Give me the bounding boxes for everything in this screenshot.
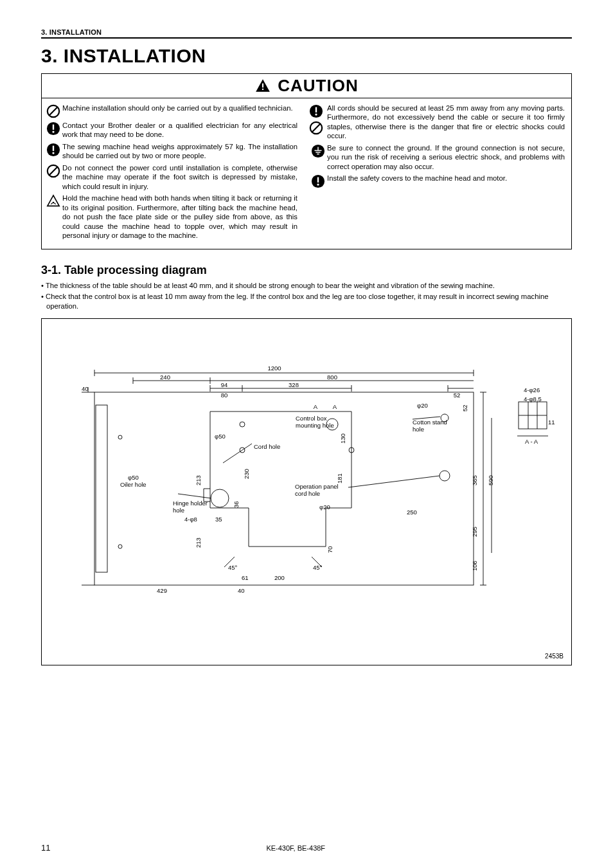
dim-250: 250	[407, 509, 417, 516]
dim-phi20b: φ20	[319, 503, 330, 511]
running-header: 3. INSTALLATION	[41, 28, 572, 36]
svg-point-18	[312, 145, 324, 158]
note-item: Check that the control box is at least 1…	[46, 292, 572, 311]
label-hinge2: hole	[173, 507, 184, 514]
dim-4phi85: 4-φ8.5	[524, 395, 542, 402]
svg-point-43	[240, 422, 245, 427]
svg-point-51	[211, 489, 229, 507]
dim-213b: 213	[195, 538, 202, 548]
svg-rect-5	[53, 125, 54, 130]
svg-rect-14	[315, 107, 317, 113]
dim-45a: 45°	[228, 564, 238, 571]
diagram-code: 2453B	[545, 653, 564, 660]
dim-4phi26: 4-φ26	[524, 386, 540, 393]
label-cotton1: Cotton stand	[413, 419, 447, 426]
dim-52: 52	[454, 392, 461, 399]
dim-40a: 40	[238, 587, 245, 594]
svg-line-11	[49, 167, 58, 175]
caution-title: CAUTION	[278, 76, 358, 96]
mandatory-icon	[309, 104, 323, 118]
dim-52v: 52	[461, 405, 468, 412]
caution-text: Machine installation should only be carr…	[62, 104, 298, 113]
caution-text: Contact your Brother dealer or a qualifi…	[62, 121, 298, 140]
svg-point-6	[52, 131, 54, 132]
caution-text: Be sure to connect the ground. If the gr…	[327, 143, 565, 171]
section-title: 3-1. Table processing diagram	[41, 264, 572, 277]
dim-200: 200	[274, 574, 285, 581]
dim-429: 429	[157, 587, 167, 594]
mandatory-icon	[44, 121, 62, 136]
caution-box: CAUTION Machine installation should only…	[41, 73, 572, 249]
dim-130: 130	[339, 434, 346, 444]
svg-point-15	[315, 113, 317, 115]
page-number: 11	[41, 843, 50, 853]
svg-line-66	[178, 494, 211, 498]
svg-line-17	[312, 124, 321, 132]
pinch-hazard-icon	[44, 194, 62, 208]
label-AA: A - A	[525, 438, 538, 445]
dim-181: 181	[336, 474, 343, 484]
footer-model: KE-430F, BE-438F	[266, 844, 325, 852]
prohibit-icon	[44, 163, 62, 178]
label-controlbox2: mounting hole	[296, 422, 334, 429]
caution-col-left: Machine installation should only be carr…	[42, 98, 306, 249]
svg-point-9	[52, 152, 54, 154]
label-A: A	[314, 403, 318, 410]
dim-1200: 1200	[267, 365, 281, 372]
header-rule	[41, 37, 572, 39]
label-controlbox1: Control box	[296, 415, 327, 422]
dim-213: 213	[195, 476, 202, 486]
chapter-title: 3. INSTALLATION	[41, 45, 572, 67]
svg-point-48	[118, 545, 122, 548]
dim-328: 328	[289, 381, 299, 388]
dim-61: 61	[242, 574, 249, 581]
label-cordhole: Cord hole	[254, 443, 280, 450]
svg-rect-8	[53, 145, 54, 150]
svg-line-3	[49, 107, 58, 116]
label-oiler-phi: φ50	[128, 474, 139, 481]
dim-35: 35	[215, 516, 222, 523]
svg-line-65	[348, 476, 440, 487]
note-item: The thickness of the table should be at …	[46, 281, 572, 291]
table-processing-diagram: 1200 240 800 94 328 80 52 40 φ20 52 Cont…	[41, 318, 572, 665]
svg-line-63	[223, 444, 252, 463]
svg-rect-24	[317, 177, 319, 183]
dim-11: 11	[548, 419, 555, 426]
label-hinge1: Hinge holder	[173, 500, 208, 507]
caution-col-right: All cords should be secured at least 25 …	[306, 98, 571, 249]
ground-icon	[309, 143, 327, 158]
dim-phi20: φ20	[417, 402, 428, 409]
dim-365: 365	[471, 476, 478, 486]
caution-banner: CAUTION	[42, 74, 571, 98]
caution-text: The sewing machine head weighs approxima…	[62, 142, 298, 161]
label-A: A	[333, 403, 337, 410]
dim-phi50: φ50	[215, 433, 226, 440]
caution-text: All cords should be secured at least 25 …	[327, 104, 565, 141]
dim-36: 36	[233, 502, 240, 509]
dim-4phi8: 4-φ8	[184, 516, 197, 523]
dim-40: 40	[82, 385, 89, 392]
caution-text: Hold the machine head with both hands wh…	[62, 194, 298, 240]
dim-230: 230	[243, 469, 250, 480]
dim-45b: 45°	[313, 564, 323, 571]
dim-106: 106	[471, 561, 478, 572]
mandatory-icon	[44, 142, 62, 157]
dim-80: 80	[221, 392, 228, 399]
svg-rect-1	[262, 88, 263, 89]
mandatory-icon	[309, 174, 327, 188]
dim-240: 240	[160, 374, 170, 381]
warning-triangle-icon	[254, 78, 271, 95]
dim-94: 94	[221, 381, 228, 388]
caution-text: Do not connect the power cord until inst…	[62, 163, 298, 191]
label-oiler: Oiler hole	[120, 481, 147, 488]
label-cotton2: hole	[413, 426, 424, 433]
svg-point-25	[317, 184, 319, 186]
svg-rect-27	[96, 405, 107, 572]
svg-point-47	[118, 435, 122, 439]
label-op1: Operation panel	[295, 483, 339, 490]
section-notes: The thickness of the table should be at …	[41, 281, 572, 311]
svg-point-50	[440, 471, 450, 481]
caution-text: Install the safety covers to the machine…	[327, 174, 565, 183]
label-op2: cord hole	[295, 490, 320, 497]
dim-800: 800	[327, 374, 337, 381]
